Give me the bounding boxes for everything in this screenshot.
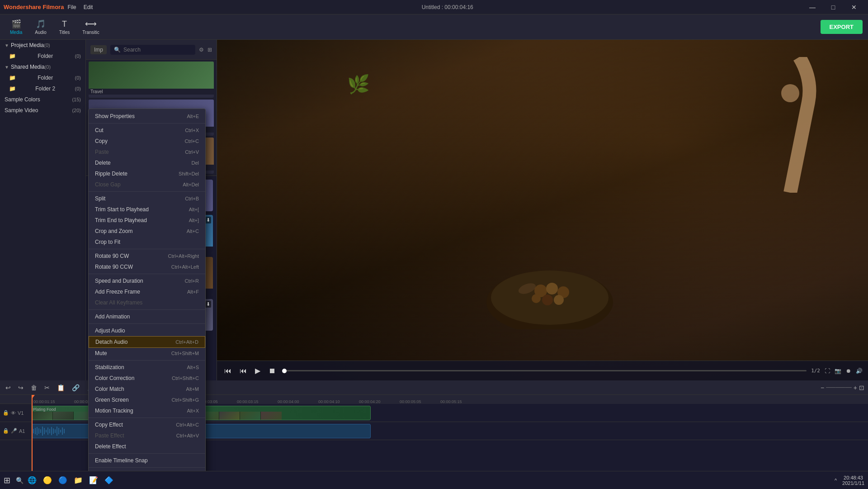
shared-folder-1[interactable]: 📁 Folder (0) [0, 72, 85, 83]
undo-button[interactable]: ↩ [4, 383, 13, 392]
import-button[interactable]: Imp [90, 45, 107, 54]
start-button[interactable]: ⊞ [4, 475, 10, 485]
ctx-item-show-properties[interactable]: Show PropertiesAlt+E [89, 111, 205, 122]
stop-button[interactable]: ⏹ [267, 366, 278, 376]
progress-bar[interactable] [282, 370, 807, 371]
ctx-item-label: Copy Effect [95, 422, 123, 428]
grid-icon[interactable]: ⊞ [208, 47, 212, 53]
menu-edit[interactable]: Edit [84, 4, 93, 10]
chevron-icon-2: ▼ [5, 65, 9, 70]
tool-audio[interactable]: 🎵 Audio [30, 17, 51, 37]
ctx-item-crop-to-fit[interactable]: Crop to Fit [89, 237, 205, 247]
lock-icon[interactable]: 🔒 [3, 410, 9, 416]
filter-icon[interactable]: ⚙ [199, 47, 204, 53]
ctx-item-shortcut: Ctrl+Alt+Left [171, 264, 199, 270]
shared-media-header[interactable]: ▼ Shared Media (0) [0, 62, 85, 72]
ctx-sep-39 [89, 467, 205, 468]
redo-button[interactable]: ↪ [16, 383, 25, 392]
sample-video-item[interactable]: Sample Video (20) [0, 105, 85, 116]
zoom-out-button[interactable]: + [854, 384, 857, 391]
snap-button[interactable]: 🔗 [70, 383, 81, 392]
ctx-item-split[interactable]: SplitCtrl+B [89, 193, 205, 204]
export-button[interactable]: EXPORT [821, 20, 863, 34]
tool-transitions[interactable]: ⟷ Transitic [78, 17, 104, 37]
tool-media[interactable]: 🎬 Media [5, 17, 27, 37]
ctx-item-paste: PasteCtrl+V [89, 147, 205, 157]
ctx-item-speed-and-duration[interactable]: Speed and DurationCtrl+R [89, 275, 205, 286]
ctx-item-detach-audio[interactable]: Detach AudioCtrl+Alt+D [89, 336, 205, 348]
sample-colors-item[interactable]: Sample Colors (15) [0, 94, 85, 105]
playback-controls: ⏮ ⏮ ▶ ⏹ 1/2 ⛶ 📷 ⏺ 🔊 [217, 361, 868, 380]
transitions-label: Transitic [82, 30, 99, 35]
ruler-mark-0: 00:00:01:15 [33, 399, 74, 404]
speaker-icon[interactable]: 🔊 [856, 368, 863, 374]
minimize-button[interactable]: — [802, 0, 823, 14]
sys-tray-expand[interactable]: ^ [835, 478, 837, 483]
taskbar-icon-browser[interactable]: 🌐 [25, 474, 39, 487]
taskbar-icon-folder[interactable]: 📁 [71, 474, 85, 487]
prev-frame-button[interactable]: ⏮ [222, 366, 233, 376]
menu-file[interactable]: File [67, 4, 76, 10]
record-icon[interactable]: ⏺ [846, 368, 851, 374]
a1-lock-icon[interactable]: 🔒 [3, 428, 9, 434]
ctx-item-shortcut: Ctrl+Shift+G [171, 397, 199, 403]
media-label-cyclist[interactable]: Travel [89, 62, 214, 98]
delete-button[interactable]: 🗑 [29, 383, 39, 392]
folder-item-1[interactable]: 📁 Folder (0) [0, 51, 85, 62]
ctx-item-trim-end-to-playhead[interactable]: Trim End to PlayheadAlt+] [89, 215, 205, 226]
play-button[interactable]: ▶ [253, 366, 262, 376]
taskbar-icon-word[interactable]: 📝 [87, 474, 100, 487]
zoom-in-button[interactable]: − [821, 384, 824, 391]
ctx-item-shortcut: Ctrl+Alt+Right [168, 253, 199, 259]
ctx-item-motion-tracking[interactable]: Motion TrackingAlt+X [89, 405, 205, 416]
ctx-item-mute[interactable]: MuteCtrl+Shift+M [89, 348, 205, 359]
a1-mic-icon[interactable]: 🎤 [11, 428, 17, 434]
screenshot-icon[interactable]: 📷 [835, 368, 841, 374]
ctx-item-stabilization[interactable]: StabilizationAlt+S [89, 362, 205, 373]
copy-timeline-button[interactable]: 📋 [55, 383, 66, 392]
close-button[interactable]: ✕ [844, 0, 864, 14]
ctx-item-delete-effect[interactable]: Delete Effect [89, 441, 205, 452]
ctx-item-shortcut: Ctrl+Shift+M [171, 351, 199, 356]
ctx-item-color-correction[interactable]: Color CorrectionCtrl+Shift+C [89, 373, 205, 384]
context-menu: Show PropertiesAlt+ECutCtrl+XCopyCtrl+CP… [88, 109, 206, 489]
ctx-item-trim-start-to-playhead[interactable]: Trim Start to PlayheadAlt+[ [89, 204, 205, 215]
ctx-item-label: Crop and Zoom [95, 228, 132, 234]
prev-button[interactable]: ⏮ [238, 366, 249, 376]
project-media-header[interactable]: ▼ Project Media (0) [0, 40, 85, 51]
maximize-button[interactable]: □ [823, 0, 844, 14]
cut-button[interactable]: ✂ [42, 383, 52, 392]
ctx-item-shortcut: Alt+] [189, 218, 199, 223]
ctx-item-crop-and-zoom[interactable]: Crop and ZoomAlt+C [89, 226, 205, 237]
ctx-item-adjust-audio[interactable]: Adjust Audio [89, 325, 205, 336]
ctx-item-enable-timeline-snap[interactable]: Enable Timeline Snap [89, 455, 205, 466]
eye-icon[interactable]: 👁 [11, 410, 16, 416]
ctx-item-cut[interactable]: CutCtrl+X [89, 125, 205, 136]
ctx-item-green-screen[interactable]: Green ScreenCtrl+Shift+G [89, 394, 205, 405]
ctx-item-rotate-90-cw[interactable]: Rotate 90 CWCtrl+Alt+Right [89, 251, 205, 261]
ctx-item-shortcut: Alt+E [187, 114, 199, 119]
fullscreen-icon[interactable]: ⛶ [825, 368, 830, 374]
ctx-item-add-freeze-frame[interactable]: Add Freeze FrameAlt+F [89, 286, 205, 297]
ctx-item-copy-effect[interactable]: Copy EffectCtrl+Alt+C [89, 419, 205, 430]
search-input[interactable] [123, 47, 192, 53]
search-taskbar-button[interactable]: 🔍 [14, 475, 25, 486]
ruler-mark-5: 00:00:03:15 [237, 399, 278, 404]
svg-rect-18 [37, 427, 38, 435]
tool-titles[interactable]: T Titles [55, 18, 75, 37]
left-panel: ▼ Project Media (0) 📁 Folder (0) ▼ Share… [0, 40, 86, 380]
ctx-item-add-animation[interactable]: Add Animation [89, 311, 205, 322]
ctx-item-delete[interactable]: DeleteDel [89, 157, 205, 168]
ctx-item-ripple-delete[interactable]: Ripple DeleteShift+Del [89, 168, 205, 179]
fit-button[interactable]: ⊡ [859, 384, 864, 391]
ctx-item-copy[interactable]: CopyCtrl+C [89, 136, 205, 147]
ctx-item-rotate-90-ccw[interactable]: Rotate 90 CCWCtrl+Alt+Left [89, 261, 205, 272]
taskbar-icon-app1[interactable]: 🟡 [41, 474, 54, 487]
shared-folder-2[interactable]: 📁 Folder 2 (0) [0, 83, 85, 94]
herb-decoration: 🌿 [347, 74, 370, 95]
taskbar-icon-app3[interactable]: 🔷 [102, 474, 116, 487]
taskbar-icon-app2[interactable]: 🔵 [56, 474, 70, 487]
ctx-item-color-match[interactable]: Color MatchAlt+M [89, 384, 205, 394]
clock: 20:48:43 2021/1/11 [842, 475, 864, 486]
ctx-item-label: Motion Tracking [95, 408, 133, 414]
